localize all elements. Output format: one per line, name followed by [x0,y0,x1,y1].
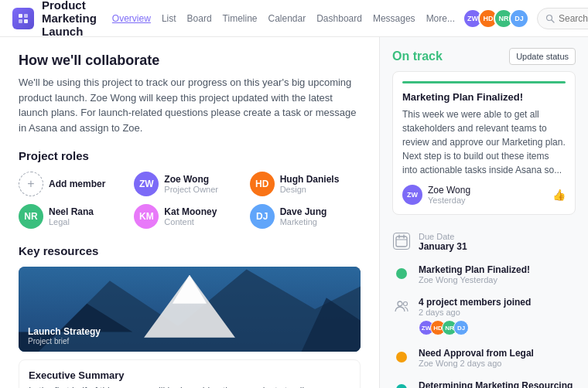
status-progress-bar [402,81,566,83]
topbar-right: ZW HD NR DJ + ? [463,8,588,29]
collaboration-text: We'll be using this project to track our… [19,75,361,135]
tl-icon-green [392,264,411,283]
marketing-resourcing-label: Determining Marketing Resourcing [419,380,576,388]
add-member-label: Add member [49,179,105,189]
status-header: On track Update status [392,48,576,65]
key-resources: Launch Strategy Project brief Executive … [19,267,361,388]
role-title-kat: Content [164,217,217,226]
svg-rect-2 [19,19,22,23]
role-hugh: HD Hugh Daniels Design [250,172,361,196]
roles-grid: + Add member ZW Zoe Wong Project Owner H… [19,172,361,229]
status-user: ZW Zoe Wong Yesterday [402,185,470,205]
member-mini-avatars: ZW HD NR DJ [419,320,576,335]
members-joined-sub: 2 days ago [419,308,576,317]
executive-summary-card: Executive Summary In the first half of t… [19,359,361,388]
update-status-button[interactable]: Update status [509,48,576,65]
role-neel: NR Neel Rana Legal [19,204,129,229]
role-title-neel: Legal [49,217,94,226]
role-dave: DJ Dave Jung Marketing [250,204,361,229]
tl-icon-orange [392,348,411,366]
nav-more[interactable]: More... [426,13,455,24]
svg-rect-3 [24,19,28,23]
nav-overview[interactable]: Overview [112,13,151,24]
app-icon [12,8,34,29]
timeline-legal-approval: Need Approval from Legal Zoe Wong 2 days… [392,342,576,374]
resource-hero[interactable]: Launch Strategy Project brief [19,267,361,352]
like-icon[interactable]: 👍 [552,189,566,201]
status-card-footer: ZW Zoe Wong Yesterday 👍 [402,185,566,205]
due-date-label: Due Date [419,232,576,241]
add-member-button[interactable]: + Add member [19,172,129,196]
marketing-plan-content: Marketing Plan Finalized! Zoe Wong Yeste… [419,264,576,284]
role-avatar-hugh: HD [250,172,275,196]
role-avatar-dave: DJ [250,204,275,229]
teal-dot [396,384,407,388]
role-name-zoe: Zoe Wong [164,174,218,185]
main-nav: Overview List Board Timeline Calendar Da… [112,13,455,24]
nav-board[interactable]: Board [187,13,212,24]
search-icon [545,14,555,23]
calendar-svg [395,234,409,248]
activity-timeline: Due Date January 31 Marketing Plan Final… [392,226,576,388]
mini-avatar-4: DJ [453,320,469,335]
svg-rect-0 [19,14,22,18]
status-user-avatar: ZW [402,185,422,205]
members-joined-label: 4 project members joined [419,297,576,308]
topbar: Product Marketing Launch Overview List B… [0,0,588,37]
due-date-value: January 31 [419,241,576,252]
member-avatars: ZW HD NR DJ [463,9,529,29]
resource-hero-title: Launch Strategy [28,326,101,337]
marketing-plan-label: Marketing Plan Finalized! [419,264,576,275]
role-avatar-neel: NR [19,204,43,229]
status-card: Marketing Plan Finalized! This week we w… [392,71,576,215]
status-label: On track [392,49,443,63]
executive-summary-text: In the first half of this year we will b… [29,384,350,388]
status-card-text: This week we were able to get all stakeh… [402,107,566,177]
svg-rect-20 [396,237,407,247]
key-resources-title: Key resources [19,244,361,257]
nav-messages[interactable]: Messages [373,13,415,24]
search-box[interactable] [537,8,588,29]
avatar-4: DJ [509,9,529,29]
nav-timeline[interactable]: Timeline [223,13,258,24]
due-date-content: Due Date January 31 [419,232,576,252]
calendar-icon [393,233,410,250]
timeline-calendar-icon [392,232,411,250]
nav-dashboard[interactable]: Dashboard [316,13,362,24]
status-user-name: Zoe Wong [428,185,470,196]
orange-dot [396,352,407,362]
marketing-plan-sub: Zoe Wong Yesterday [419,275,576,284]
legal-approval-sub: Zoe Wong 2 days ago [419,359,576,368]
status-user-time: Yesterday [428,196,470,205]
svg-point-24 [398,301,402,306]
add-member-icon: + [19,172,43,196]
users-icon [394,298,409,314]
timeline-members-joined: 4 project members joined 2 days ago ZW H… [392,291,576,342]
role-name-neel: Neel Rana [49,206,94,217]
legal-approval-label: Need Approval from Legal [419,348,576,359]
nav-list[interactable]: List [162,13,176,24]
role-title-hugh: Design [280,185,340,194]
resource-hero-sub: Project brief [28,337,101,345]
executive-summary-title: Executive Summary [29,369,350,381]
project-title: Product Marketing Launch [42,0,97,38]
role-zoe: ZW Zoe Wong Project Owner [134,172,244,196]
green-dot [396,268,407,279]
search-input[interactable] [559,13,588,24]
timeline-due-date: Due Date January 31 [392,226,576,258]
status-card-title: Marketing Plan Finalized! [402,91,566,103]
members-joined-content: 4 project members joined 2 days ago ZW H… [419,297,576,335]
svg-rect-1 [24,14,28,18]
tl-icon-users [392,297,411,315]
role-kat: KM Kat Mooney Content [134,204,244,229]
main-content: How we'll collaborate We'll be using thi… [0,37,588,388]
role-avatar-kat: KM [134,204,159,229]
role-name-kat: Kat Mooney [164,206,217,217]
role-title-dave: Marketing [280,217,327,226]
timeline-marketing-plan: Marketing Plan Finalized! Zoe Wong Yeste… [392,258,576,291]
collaboration-title: How we'll collaborate [19,53,361,69]
right-panel: On track Update status Marketing Plan Fi… [379,37,588,388]
role-name-hugh: Hugh Daniels [280,174,340,185]
nav-calendar[interactable]: Calendar [268,13,306,24]
role-name-dave: Dave Jung [280,206,327,217]
